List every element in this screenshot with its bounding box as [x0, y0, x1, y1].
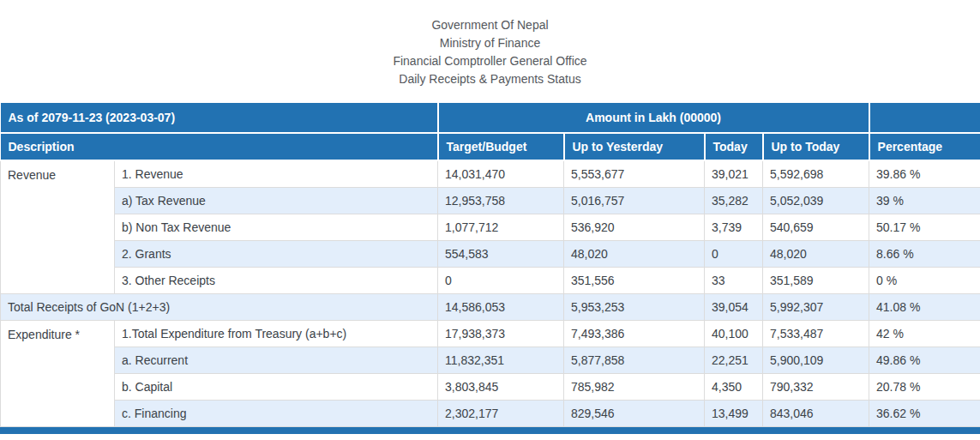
cell-up-to-today: 540,659	[763, 214, 869, 240]
table-row: a. Recurrent11,832,3515,877,85822,2515,9…	[1, 347, 980, 373]
daily-receipts-payments-table: As of 2079-11-23 (2023-03-07) Amount in …	[0, 103, 980, 427]
cell-target-budget: 554,583	[438, 240, 564, 267]
cell-target-budget: 1,077,712	[438, 214, 564, 240]
row-description: c. Financing	[115, 400, 438, 426]
cell-percentage: 20.78 %	[869, 373, 980, 400]
cell-today: 3,739	[705, 214, 763, 240]
table-row: a) Tax Revenue12,953,7585,016,75735,2825…	[1, 187, 980, 214]
table-row: b. Capital3,803,845785,9824,350790,33220…	[1, 373, 980, 400]
next-section-header-bar	[0, 427, 980, 434]
cell-percentage: 0 %	[869, 267, 980, 293]
cell-percentage: 39 %	[869, 187, 980, 214]
cell-today: 40,100	[705, 320, 763, 347]
cell-target-budget: 17,938,373	[438, 320, 564, 347]
cell-up-to-yesterday: 5,016,757	[564, 187, 705, 214]
cell-up-to-yesterday: 7,493,386	[564, 320, 705, 347]
cell-up-to-yesterday: 5,877,858	[564, 347, 705, 373]
title-government: Government Of Nepal	[0, 16, 980, 34]
cell-today: 4,350	[705, 373, 763, 400]
table-row: 2. Grants554,58348,020048,0208.66 %	[1, 240, 980, 267]
table-row: Total Receipts of GoN (1+2+3)14,586,0535…	[1, 293, 980, 320]
amount-unit-header: Amount in Lakh (00000)	[438, 103, 869, 133]
cell-up-to-yesterday: 48,020	[564, 240, 705, 267]
cell-up-to-today: 5,052,039	[763, 187, 869, 214]
row-description: Total Receipts of GoN (1+2+3)	[1, 293, 438, 320]
cell-target-budget: 14,586,053	[438, 293, 564, 320]
cell-up-to-today: 351,589	[763, 267, 869, 293]
cell-today: 39,021	[705, 160, 763, 187]
row-description: 3. Other Receipts	[115, 267, 438, 293]
cell-up-to-today: 7,533,487	[763, 320, 869, 347]
cell-up-to-yesterday: 351,556	[564, 267, 705, 293]
cell-target-budget: 14,031,470	[438, 160, 564, 187]
cell-percentage: 36.62 %	[869, 400, 980, 426]
as-of-date-header: As of 2079-11-23 (2023-03-07)	[1, 103, 438, 133]
cell-target-budget: 2,302,177	[438, 400, 564, 426]
cell-percentage: 39.86 %	[869, 160, 980, 187]
table-header-row-2: Description Target/Budget Up to Yesterda…	[1, 133, 980, 160]
cell-up-to-today: 5,992,307	[763, 293, 869, 320]
table-header-row-1: As of 2079-11-23 (2023-03-07) Amount in …	[1, 103, 980, 133]
cell-percentage: 49.86 %	[869, 347, 980, 373]
table-body: Revenue1. Revenue14,031,4705,553,67739,0…	[1, 160, 980, 426]
table-row: 3. Other Receipts0351,55633351,5890 %	[1, 267, 980, 293]
cell-target-budget: 3,803,845	[438, 373, 564, 400]
column-header-target-budget: Target/Budget	[438, 133, 564, 160]
column-header-percentage: Percentage	[869, 133, 980, 160]
row-description: a) Tax Revenue	[115, 187, 438, 214]
cell-up-to-today: 843,046	[763, 400, 869, 426]
cell-today: 35,282	[705, 187, 763, 214]
row-group-label: Expenditure *	[1, 320, 115, 426]
cell-percentage: 8.66 %	[869, 240, 980, 267]
empty-header-cell	[869, 103, 980, 133]
table-row: c. Financing2,302,177829,54613,499843,04…	[1, 400, 980, 426]
cell-target-budget: 12,953,758	[438, 187, 564, 214]
row-group-label: Revenue	[1, 160, 115, 293]
column-header-today: Today	[705, 133, 763, 160]
cell-up-to-today: 5,592,698	[763, 160, 869, 187]
cell-today: 0	[705, 240, 763, 267]
cell-target-budget: 11,832,351	[438, 347, 564, 373]
cell-up-to-yesterday: 829,546	[564, 400, 705, 426]
cell-up-to-today: 790,332	[763, 373, 869, 400]
cell-up-to-yesterday: 536,920	[564, 214, 705, 240]
cell-today: 22,251	[705, 347, 763, 373]
column-header-up-to-yesterday: Up to Yesterday	[564, 133, 705, 160]
row-description: a. Recurrent	[115, 347, 438, 373]
column-header-description: Description	[1, 133, 438, 160]
table-row: b) Non Tax Revenue1,077,712536,9203,7395…	[1, 214, 980, 240]
cell-up-to-yesterday: 5,953,253	[564, 293, 705, 320]
cell-today: 39,054	[705, 293, 763, 320]
row-description: b. Capital	[115, 373, 438, 400]
row-description: 1. Revenue	[115, 160, 438, 187]
cell-up-to-today: 48,020	[763, 240, 869, 267]
cell-today: 13,499	[705, 400, 763, 426]
title-ministry: Ministry of Finance	[0, 34, 980, 52]
cell-target-budget: 0	[438, 267, 564, 293]
cell-up-to-today: 5,900,109	[763, 347, 869, 373]
row-description: 2. Grants	[115, 240, 438, 267]
table-row: Revenue1. Revenue14,031,4705,553,67739,0…	[1, 160, 980, 187]
row-description: 1.Total Expenditure from Treasury (a+b+c…	[115, 320, 438, 347]
cell-up-to-yesterday: 785,982	[564, 373, 705, 400]
cell-up-to-yesterday: 5,553,677	[564, 160, 705, 187]
cell-today: 33	[705, 267, 763, 293]
document-header: Government Of Nepal Ministry of Finance …	[0, 0, 980, 88]
title-office: Financial Comptroller General Office	[0, 52, 980, 70]
cell-percentage: 42 %	[869, 320, 980, 347]
row-description: b) Non Tax Revenue	[115, 214, 438, 240]
title-report-name: Daily Receipts & Payments Status	[0, 70, 980, 88]
cell-percentage: 50.17 %	[869, 214, 980, 240]
column-header-up-to-today: Up to Today	[763, 133, 869, 160]
table-row: Expenditure *1.Total Expenditure from Tr…	[1, 320, 980, 347]
cell-percentage: 41.08 %	[869, 293, 980, 320]
